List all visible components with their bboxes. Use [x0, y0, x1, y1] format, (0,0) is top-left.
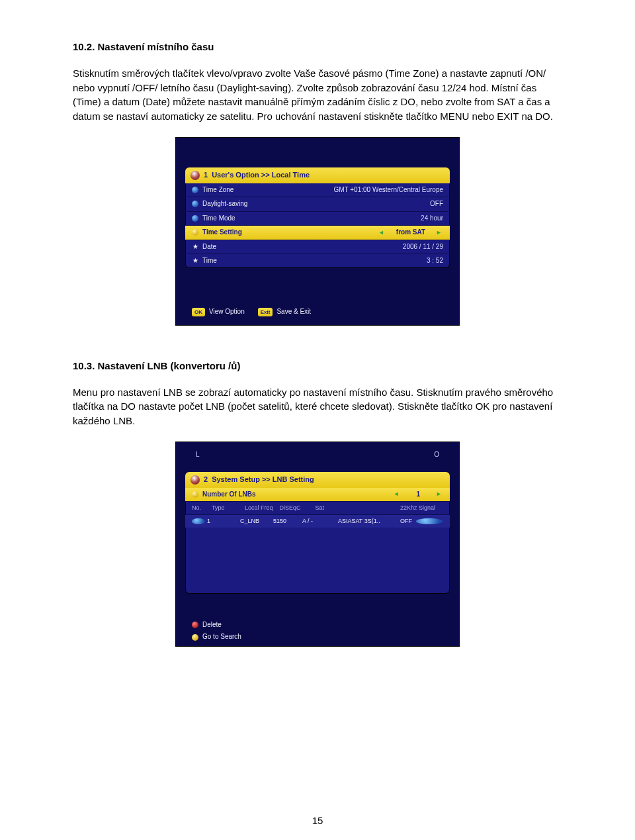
marker-o: O [434, 450, 439, 460]
row-bullet-icon-end [416, 518, 443, 524]
section-para-102: Stisknutím směrových tlačítek vlevo/vpra… [73, 66, 562, 124]
row-bullet-icon [192, 518, 205, 524]
bullet-icon [192, 215, 198, 222]
marker-l: L [196, 450, 200, 460]
overlay-markers: L O [196, 450, 439, 460]
row-daylight-saving[interactable]: Daylight-saving OFF [185, 197, 450, 212]
star-icon: ★ [192, 244, 198, 250]
section-title-102: 10.2. Nastavení místního času [73, 40, 562, 54]
breadcrumb-num: 1 [204, 170, 208, 181]
ok-hint-icon: OK [192, 308, 205, 317]
lnb-table-row[interactable]: 1 C_LNB 5150 A / - ASIASAT 3S(1.. OFF [185, 515, 450, 528]
row-number-of-lnbs[interactable]: Number Of LNBs ◄ 1 ► [185, 488, 450, 502]
row-time-zone[interactable]: Time Zone GMT +01:00 Western/Central Eur… [185, 183, 450, 198]
exit-hint-icon: Exit [258, 308, 273, 317]
globe-icon [190, 171, 200, 180]
row-time-mode[interactable]: Time Mode 24 hour [185, 212, 450, 226]
section-title-103: 10.3. Nastavení LNB (konvertoru /ů) [73, 359, 562, 373]
arrow-right-icon[interactable]: ► [436, 228, 443, 237]
delete-hint: Delete [202, 620, 222, 630]
menu-breadcrumb-lnb: 2 System Setup >> LNB Setting [185, 472, 450, 488]
row-time-setting[interactable]: Time Setting ◄ from SAT ► [185, 226, 450, 240]
red-dot-icon [192, 622, 198, 628]
arrow-left-icon[interactable]: ◄ [378, 228, 386, 237]
menu-breadcrumb: 1 User's Option >> Local Time [185, 167, 450, 183]
yellow-dot-icon [192, 634, 198, 641]
lnb-table-header: No. Type Local Freq DiSEqC Sat 22Khz Sig… [185, 502, 450, 515]
page-number: 15 [0, 814, 635, 828]
menu-panel-localtime: 1 User's Option >> Local Time Time Zone … [185, 167, 450, 268]
star-icon: ★ [192, 257, 198, 264]
arrow-right-icon[interactable]: ► [436, 490, 443, 498]
section-para-103: Menu pro nastavení LNB se zobrazí automa… [73, 385, 562, 428]
ok-hint-text: View Option [209, 307, 245, 317]
menu-footer-hints-lnb: Delete Go to Search [185, 619, 450, 643]
exit-hint-text: Save & Exit [276, 307, 311, 317]
bullet-icon [192, 201, 198, 207]
arrow-left-icon[interactable]: ◄ [394, 490, 401, 498]
satdish-icon [190, 475, 200, 485]
screenshot-local-time: 1 User's Option >> Local Time Time Zone … [175, 137, 460, 326]
menu-panel-lnb: 2 System Setup >> LNB Setting Number Of … [185, 472, 450, 594]
menu-footer-hints: OK View Option Exit Save & Exit [185, 303, 450, 321]
breadcrumb-text: User's Option >> Local Time [212, 170, 310, 181]
bullet-icon [192, 187, 198, 193]
row-date[interactable]: ★Date 2006 / 11 / 29 [185, 240, 450, 255]
bullet-icon [192, 229, 198, 236]
screenshot-lnb-setting: L O 2 System Setup >> LNB Setting Number… [175, 442, 460, 647]
go-to-search-hint: Go to Search [202, 632, 241, 642]
breadcrumb-text: System Setup >> LNB Setting [212, 475, 314, 485]
bullet-icon [192, 491, 198, 498]
row-time[interactable]: ★Time 3 : 52 [185, 254, 450, 268]
breadcrumb-num: 2 [204, 475, 208, 485]
